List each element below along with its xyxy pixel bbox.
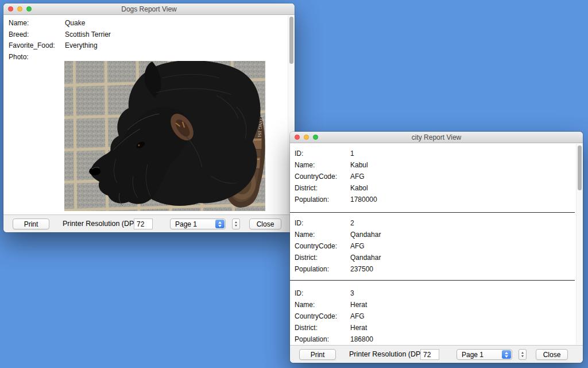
field-value: Qandahar (350, 231, 381, 239)
field-row: Favorite_Food: Everything (9, 40, 98, 51)
stepper-up-icon[interactable] (235, 221, 237, 223)
field-row: Name: Quake (9, 17, 85, 29)
field-value: Herat (350, 301, 367, 309)
field-value: AFG (350, 172, 365, 181)
city-record-3: ID:3 Name:Herat CountryCode:AFG District… (295, 288, 571, 345)
page-select-value: Page 1 (175, 219, 197, 229)
field-value: 2 (350, 219, 354, 227)
field-label: District: (295, 254, 350, 262)
field-label: CountryCode: (295, 172, 350, 181)
field-label: CountryCode: (295, 242, 350, 250)
city-record-2: ID:2 Name:Qandahar CountryCode:AFG Distr… (295, 217, 571, 275)
printer-resolution-input[interactable] (420, 349, 439, 360)
page-select[interactable]: Page 1 (170, 218, 226, 229)
field-value: AFG (350, 242, 365, 250)
field-value: Quake (65, 19, 85, 27)
printer-resolution-input[interactable] (134, 218, 153, 229)
field-label: CountryCode: (295, 312, 350, 320)
dogs-titlebar[interactable]: Dogs Report View (3, 3, 295, 15)
popup-chevrons-icon (215, 220, 225, 228)
field-label: Population: (295, 195, 350, 204)
field-value: Kabul (350, 161, 368, 169)
desktop: { "colors": { "desktop": "#5b94df", "pop… (0, 0, 588, 368)
field-label: Photo: (9, 53, 65, 61)
print-button[interactable]: Print (299, 349, 336, 360)
dogs-toolbar: Print Printer Resolution (DPI) Page 1 Cl… (3, 214, 295, 232)
page-select[interactable]: Page 1 (457, 349, 512, 360)
field-value: Herat (350, 324, 367, 332)
field-label: ID: (295, 289, 350, 297)
window-controls (8, 3, 32, 14)
field-row: Photo: (9, 51, 65, 63)
field-value: 1780000 (350, 195, 377, 204)
close-window-icon[interactable] (8, 6, 13, 12)
city-record-1: ID:1 Name:Kabul CountryCode:AFG District… (295, 148, 571, 205)
field-label: Population: (295, 335, 350, 343)
field-label: Name: (295, 161, 350, 169)
field-label: Name: (9, 19, 65, 27)
field-value: 3 (350, 289, 354, 297)
scrollbar-thumb[interactable] (289, 17, 293, 64)
field-label: ID: (295, 150, 350, 158)
city-report-window: city Report View ID:1 Name:Kabul Country… (290, 132, 583, 363)
print-button[interactable]: Print (13, 218, 49, 229)
field-label: District: (295, 324, 350, 332)
field-value: 1 (350, 150, 354, 158)
scrollbar-thumb[interactable] (578, 145, 582, 190)
field-label: Population: (295, 265, 350, 273)
page-stepper[interactable] (519, 349, 527, 360)
close-button[interactable]: Close (249, 218, 281, 229)
printer-resolution-label: Printer Resolution (DPI) (349, 346, 425, 363)
dog-photo-image: LONG ISLAND (64, 61, 265, 211)
field-label: Breed: (9, 30, 65, 39)
city-toolbar: Print Printer Resolution (DPI) Page 1 Cl… (290, 345, 583, 363)
field-value: Kabol (350, 184, 368, 192)
window-controls (295, 132, 318, 143)
field-label: Name: (295, 231, 350, 239)
page-stepper[interactable] (232, 218, 240, 229)
printer-resolution-label: Printer Resolution (DPI) (63, 215, 138, 232)
field-label: Name: (295, 301, 350, 309)
city-titlebar[interactable]: city Report View (290, 132, 583, 143)
window-title: Dogs Report View (121, 5, 177, 13)
field-label: ID: (295, 219, 350, 227)
field-value: Qandahar (350, 254, 381, 262)
popup-chevrons-icon (502, 350, 511, 359)
field-value: Everything (65, 41, 98, 49)
field-value: 237500 (350, 265, 373, 273)
field-value: Scottish Terrier (65, 30, 111, 39)
record-separator (290, 280, 575, 281)
stepper-down-icon[interactable] (235, 225, 237, 227)
close-window-icon[interactable] (295, 135, 300, 140)
field-value: 186800 (350, 335, 373, 343)
close-button[interactable]: Close (536, 349, 568, 360)
page-select-value: Page 1 (462, 350, 483, 359)
stepper-up-icon[interactable] (521, 352, 524, 354)
field-label: District: (295, 184, 350, 192)
zoom-window-icon[interactable] (26, 6, 32, 12)
zoom-window-icon[interactable] (313, 135, 318, 140)
window-title: city Report View (412, 133, 461, 141)
dogs-report-window: Dogs Report View Name: Quake Breed: Scot… (3, 3, 295, 232)
minimize-window-icon[interactable] (17, 6, 22, 12)
field-row: Breed: Scottish Terrier (9, 29, 111, 40)
minimize-window-icon[interactable] (304, 135, 309, 140)
field-label: Favorite_Food: (9, 41, 65, 49)
vertical-scrollbar[interactable] (576, 144, 582, 344)
field-value: AFG (350, 312, 365, 320)
record-separator (290, 212, 575, 213)
stepper-down-icon[interactable] (521, 355, 524, 357)
